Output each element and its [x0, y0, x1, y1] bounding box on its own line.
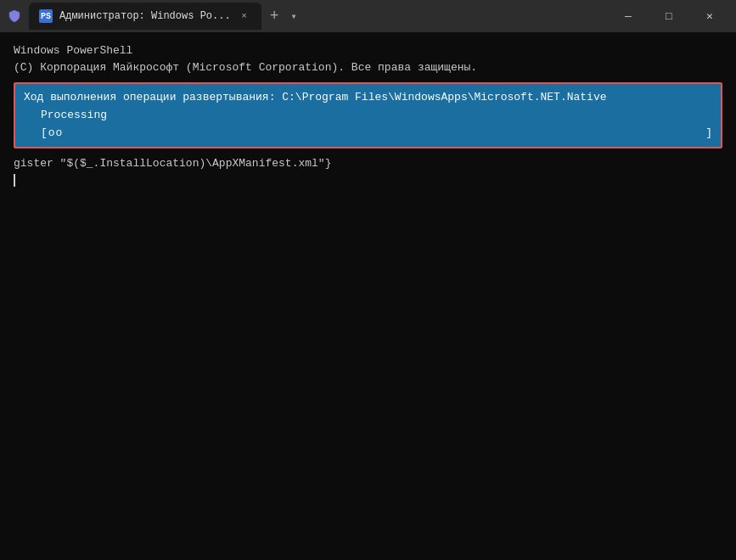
cursor: [14, 174, 15, 187]
title-bar: PS Администратор: Windows Po... × + ▾ — …: [0, 0, 736, 32]
progress-line1: Ход выполнения операции развертывания: C…: [24, 89, 712, 107]
window-controls: — □ ✕: [609, 3, 729, 30]
new-tab-button[interactable]: +: [265, 8, 284, 25]
maximize-button[interactable]: □: [649, 3, 688, 30]
progress-bar-left: [oo: [41, 125, 63, 143]
shield-icon: [8, 9, 21, 23]
tab-title: Администратор: Windows Po...: [59, 10, 231, 22]
command-text: gister "$($_.InstallLocation)\AppXManife…: [14, 157, 331, 170]
active-tab[interactable]: PS Администратор: Windows Po... ×: [29, 3, 261, 30]
copyright-line: (С) Корпорация Майкрософт (Microsoft Cor…: [14, 59, 722, 76]
terminal-area[interactable]: Windows PowerShell (С) Корпорация Майкро…: [0, 32, 736, 560]
cursor-line: [14, 174, 722, 187]
close-button[interactable]: ✕: [690, 3, 729, 30]
powershell-title-line: Windows PowerShell: [14, 42, 722, 59]
progress-line2: Processing: [24, 107, 712, 125]
progress-bar-right: ]: [705, 125, 712, 143]
terminal-command-line: gister "$($_.InstallLocation)\AppXManife…: [14, 155, 722, 172]
close-tab-button[interactable]: ×: [238, 9, 251, 23]
progress-line3: [oo ]: [24, 125, 712, 143]
powershell-tab-icon: PS: [39, 9, 53, 23]
progress-box: Ход выполнения операции развертывания: C…: [14, 82, 722, 148]
tab-dropdown-button[interactable]: ▾: [287, 10, 300, 23]
terminal-header: Windows PowerShell (С) Корпорация Майкро…: [14, 42, 722, 76]
minimize-button[interactable]: —: [609, 3, 648, 30]
tab-area: PS Администратор: Windows Po... × + ▾: [29, 3, 301, 30]
title-bar-left: PS Администратор: Windows Po... × + ▾: [7, 3, 609, 30]
shield-icon-area: [7, 8, 22, 24]
